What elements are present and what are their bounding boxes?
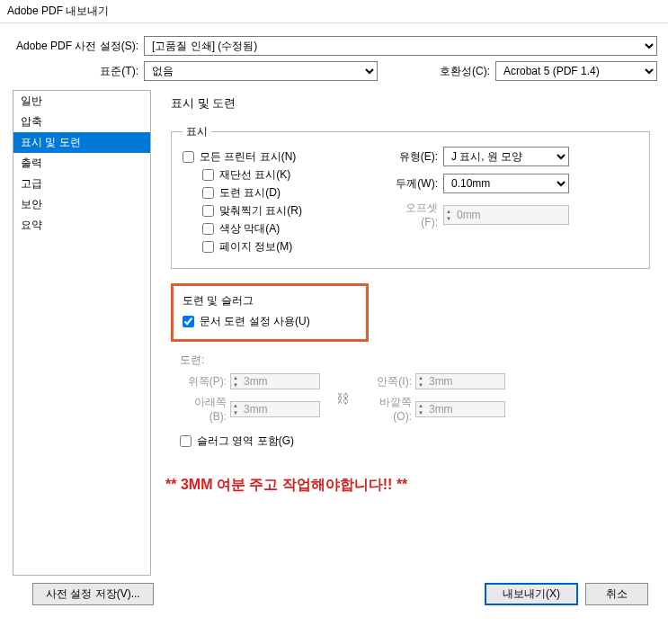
mark-type-label: 유형(E): (389, 149, 443, 165)
mark-offset-value: 0mm (453, 209, 568, 221)
bleed-inside-spinner[interactable]: ▲▼ 3mm (415, 373, 505, 389)
page-info-checkbox[interactable] (202, 241, 214, 253)
chevron-up-icon[interactable]: ▲ (446, 208, 451, 215)
sidebar-item-advanced[interactable]: 고급 (13, 174, 150, 194)
bleed-top-spinner[interactable]: ▲▼ 3mm (230, 373, 320, 389)
standard-label: 표준(T): (13, 64, 144, 79)
mark-offset-label: 오프셋(F): (389, 201, 443, 228)
chevron-up-icon[interactable]: ▲ (233, 374, 238, 381)
standard-select[interactable]: 없음 (144, 61, 378, 81)
crop-marks-checkbox[interactable] (202, 169, 214, 181)
window-title: Adobe PDF 내보내기 (0, 0, 668, 23)
content-panel: 표시 및 도련 표시 모든 프린터 표시(N) 재단선 표시(K) (151, 90, 661, 576)
chevron-up-icon[interactable]: ▲ (418, 402, 423, 409)
chevron-up-icon[interactable]: ▲ (233, 402, 238, 409)
chevron-down-icon[interactable]: ▼ (233, 409, 238, 416)
bleed-outside-label: 바깥쪽(O): (365, 395, 415, 423)
include-slug-label: 슬러그 영역 포함(G) (197, 434, 294, 449)
cancel-button[interactable]: 취소 (585, 583, 648, 605)
sidebar-item-general[interactable]: 일반 (13, 91, 150, 112)
mark-type-select[interactable]: J 표시, 원 모양 (443, 147, 569, 166)
compat-select[interactable]: Acrobat 5 (PDF 1.4) (495, 61, 657, 81)
registration-marks-label: 맞춰찍기 표시(R) (219, 203, 302, 219)
sidebar-item-compression[interactable]: 압축 (13, 112, 150, 132)
bleed-top-value: 3mm (240, 375, 319, 388)
marks-group: 표시 모든 프린터 표시(N) 재단선 표시(K) 도련 (171, 124, 650, 269)
crop-marks-label: 재단선 표시(K) (219, 167, 290, 183)
bleed-bottom-spinner[interactable]: ▲▼ 3mm (230, 401, 320, 417)
sidebar-item-marks-bleed[interactable]: 표시 및 도련 (13, 132, 150, 153)
page-info-label: 페이지 정보(M) (219, 239, 292, 255)
sidebar-item-security[interactable]: 보안 (13, 194, 150, 215)
mark-weight-select[interactable]: 0.10mm (443, 174, 569, 193)
bleed-marks-checkbox[interactable] (202, 187, 214, 199)
include-slug-checkbox[interactable] (180, 435, 191, 447)
highlight-annotation: 도련 및 슬러그 문서 도련 설정 사용(U) (171, 283, 369, 342)
category-sidebar: 일반 압축 표시 및 도련 출력 고급 보안 요약 (13, 90, 151, 576)
bleed-inside-value: 3mm (425, 375, 504, 388)
chevron-down-icon[interactable]: ▼ (446, 215, 451, 222)
mark-weight-label: 두께(W): (389, 176, 443, 192)
mark-offset-spinner[interactable]: ▲▼ 0mm (443, 205, 569, 225)
link-bleed-icon[interactable]: ⛓ (331, 391, 354, 406)
color-bars-label: 색상 막대(A) (219, 221, 280, 237)
compat-label: 호환성(C): (440, 64, 495, 79)
all-printer-marks-checkbox[interactable] (183, 151, 194, 163)
use-document-bleed-checkbox[interactable] (183, 316, 194, 327)
warning-annotation: ** 3MM 여분 주고 작업해야합니다!! ** (165, 476, 650, 495)
bleed-inside-label: 안쪽(I): (365, 374, 415, 389)
registration-marks-checkbox[interactable] (202, 205, 214, 217)
panel-title: 표시 및 도련 (171, 95, 650, 112)
preset-select[interactable]: [고품질 인쇄] (수정됨) (144, 36, 657, 56)
bleed-slug-heading: 도련 및 슬러그 (183, 293, 357, 309)
chevron-down-icon[interactable]: ▼ (418, 409, 423, 416)
bleed-bottom-label: 아래쪽(B): (180, 395, 230, 423)
sidebar-item-output[interactable]: 출력 (13, 153, 150, 174)
sidebar-item-summary[interactable]: 요약 (13, 215, 150, 236)
chevron-up-icon[interactable]: ▲ (418, 374, 423, 381)
bleed-bottom-value: 3mm (240, 403, 319, 416)
bleed-outside-spinner[interactable]: ▲▼ 3mm (415, 401, 505, 417)
bleed-outside-value: 3mm (425, 403, 504, 416)
bleed-sub-label: 도련: (180, 353, 650, 368)
chevron-down-icon[interactable]: ▼ (418, 381, 423, 389)
preset-label: Adobe PDF 사전 설정(S): (13, 39, 144, 54)
all-printer-marks-label: 모든 프린터 표시(N) (200, 149, 296, 165)
export-button[interactable]: 내보내기(X) (485, 583, 578, 605)
chevron-down-icon[interactable]: ▼ (233, 381, 238, 389)
bleed-marks-label: 도련 표시(D) (219, 185, 281, 201)
marks-legend: 표시 (183, 124, 211, 139)
use-document-bleed-label: 문서 도련 설정 사용(U) (200, 314, 310, 329)
save-preset-button[interactable]: 사전 설정 저장(V)... (32, 583, 154, 605)
bleed-top-label: 위쪽(P): (180, 374, 230, 389)
bleed-section: 도련: 위쪽(P): ▲▼ 3mm 아래쪽(B): (180, 353, 650, 449)
color-bars-checkbox[interactable] (202, 223, 214, 235)
